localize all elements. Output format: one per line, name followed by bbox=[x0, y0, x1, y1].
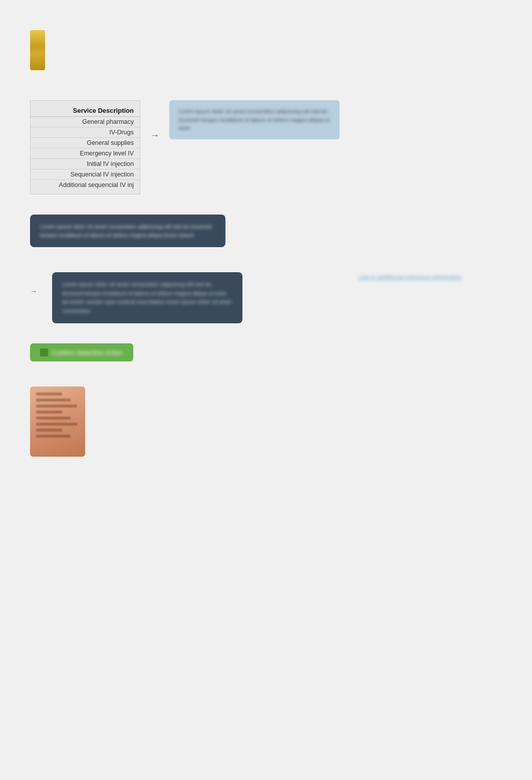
info-box-text: Lorem ipsum dolor sit amet consectetur a… bbox=[178, 107, 331, 132]
table-row[interactable]: IV-Drugs bbox=[31, 127, 140, 138]
card-line bbox=[36, 423, 77, 426]
table-row[interactable]: Additional sequencial IV inj bbox=[31, 180, 140, 190]
green-section: Confirm Selection Action bbox=[30, 343, 502, 361]
small-arrow-icon: → bbox=[30, 287, 37, 295]
table-row[interactable]: General supplies bbox=[31, 138, 140, 148]
service-section: Service Description General pharmacy IV-… bbox=[30, 100, 502, 194]
right-link[interactable]: Link to additional reference information bbox=[358, 272, 462, 281]
dark-box-1-text: Lorem ipsum dolor sit amet consectetur a… bbox=[40, 223, 215, 239]
third-section: → Lorem ipsum dolor sit amet consectetur… bbox=[30, 272, 502, 323]
service-table: Service Description General pharmacy IV-… bbox=[30, 100, 140, 194]
green-confirm-button[interactable]: Confirm Selection Action bbox=[30, 343, 133, 361]
right-link-text[interactable]: Link to additional reference information bbox=[358, 274, 462, 281]
card-line bbox=[36, 429, 62, 432]
card-line bbox=[36, 393, 62, 396]
info-box-blue: Lorem ipsum dolor sit amet consectetur a… bbox=[169, 100, 340, 139]
page-container: Service Description General pharmacy IV-… bbox=[0, 0, 532, 780]
table-row[interactable]: Sequencial IV injection bbox=[31, 169, 140, 180]
table-row[interactable]: General pharmacy bbox=[31, 117, 140, 127]
card-line bbox=[36, 405, 77, 408]
green-button-label: Confirm Selection Action bbox=[52, 349, 123, 356]
card-line bbox=[36, 411, 62, 414]
table-row[interactable]: Emergency level IV bbox=[31, 148, 140, 159]
table-row[interactable]: Initial IV injection bbox=[31, 159, 140, 169]
dark-box-2-text: Lorem ipsum dolor sit amet consectetur a… bbox=[62, 280, 232, 315]
card-line bbox=[36, 435, 71, 438]
card-section bbox=[30, 386, 502, 457]
medicine-vial-icon bbox=[30, 30, 45, 70]
card-line bbox=[36, 417, 71, 420]
card-line bbox=[36, 399, 71, 402]
arrow-icon: → bbox=[150, 130, 159, 141]
check-icon bbox=[40, 348, 48, 356]
dark-box-1: Lorem ipsum dolor sit amet consectetur a… bbox=[30, 215, 225, 247]
document-card[interactable] bbox=[30, 386, 85, 457]
dark-box-2: Lorem ipsum dolor sit amet consectetur a… bbox=[52, 272, 242, 323]
dark-section: Lorem ipsum dolor sit amet consectetur a… bbox=[30, 215, 502, 247]
service-table-header: Service Description bbox=[31, 105, 140, 117]
